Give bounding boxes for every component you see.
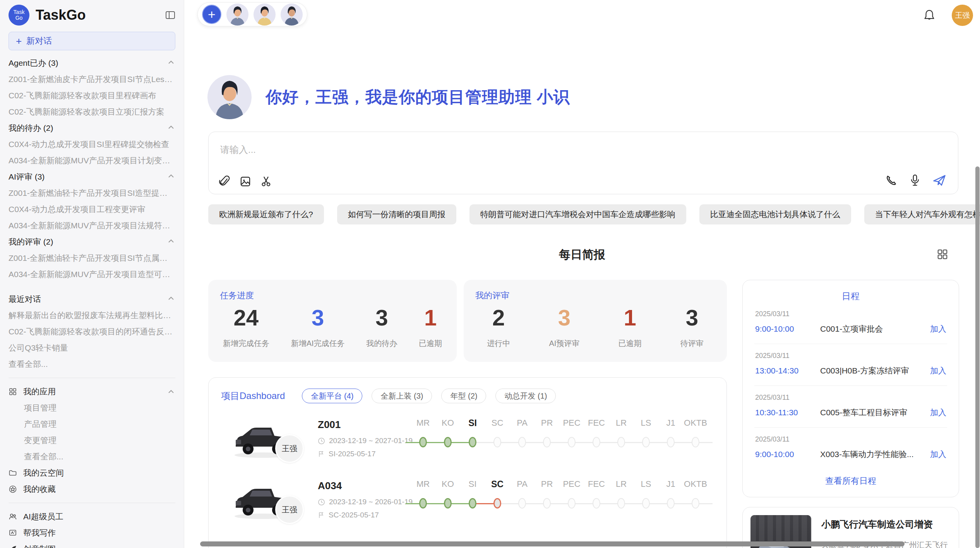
dashboard-tab[interactable]: 年型 (2) xyxy=(441,389,486,403)
sidebar-collapse-icon[interactable] xyxy=(165,10,175,20)
agent-avatar-2[interactable] xyxy=(254,3,276,26)
dashboard-tab[interactable]: 全新平台 (4) xyxy=(302,389,362,403)
sidebar-item[interactable]: C0X4-动力总成开发项目SI里程碑提交物检查 xyxy=(9,136,175,152)
sidebar-item[interactable]: C02-飞腾新能源轻客改款项目的闭环通告反馈情况 xyxy=(9,324,175,340)
sidebar-section-header[interactable]: 我的待办 (2) xyxy=(9,120,175,136)
sidebar-item[interactable]: C02-飞腾新能源轻客改款项目立项汇报方案 xyxy=(9,104,175,120)
suggestion-chip[interactable]: 欧洲新规最近颁布了什么? xyxy=(208,204,324,224)
scissors-icon[interactable] xyxy=(260,175,272,188)
main-area: + 王强 你好，王强，我是你的项目管理助理 小识 请输入... xyxy=(184,0,980,548)
sidebar-item-pen[interactable]: 创意制图 xyxy=(9,541,175,548)
sidebar-app-item[interactable]: 变更管理 xyxy=(9,432,175,449)
stat-label: 新增完成任务 xyxy=(223,338,269,349)
sidebar-item[interactable]: Z001-全新燃油皮卡产品开发项目SI节点Lesson Learn报告 xyxy=(9,71,175,87)
new-chat-button[interactable]: + 新对话 xyxy=(9,32,175,50)
microphone-icon[interactable] xyxy=(909,174,921,187)
chevron-up-icon xyxy=(167,58,175,68)
milestone-label: OKTB xyxy=(683,479,708,489)
phone-icon[interactable] xyxy=(885,174,898,187)
sidebar-item[interactable]: A034-全新新能源MUV产品开发项目法规符合性评审 xyxy=(9,217,175,234)
dashboard-header: 项目Dashboard 全新平台 (4)全新上装 (3)年型 (2)动总开发 (… xyxy=(209,378,726,413)
sidebar-list: Agent已办 (3)Z001-全新燃油皮卡产品开发项目SI节点Lesson L… xyxy=(0,55,184,548)
apps-grid-icon xyxy=(9,387,17,396)
project-row: 王强Z0012023-12-19 ~ 2027-01-19SI-2025-05-… xyxy=(209,413,726,474)
agent-avatar-3[interactable] xyxy=(281,3,303,26)
project-row: 王强A0342023-12-19 ~ 2026-01-19SC-2025-05-… xyxy=(209,474,726,535)
event-join-link[interactable]: 加入 xyxy=(930,324,946,334)
milestone-label: J1 xyxy=(658,479,683,489)
milestone-label: PEC xyxy=(559,418,584,428)
event-name: X003-车辆动力学性能验... xyxy=(820,449,925,460)
view-all-schedule-link[interactable]: 查看所有日程 xyxy=(743,475,959,487)
schedule-events: 2025/03/119:00-10:00C001-立项审批会加入2025/03/… xyxy=(743,302,959,469)
agent-avatars-bar: + xyxy=(197,2,307,26)
sidebar-item[interactable]: A034-全新新能源MUV产品开发项目造型可行性评审 xyxy=(9,266,175,283)
milestone-label: PR xyxy=(535,418,559,428)
project-date-range: 2023-12-19 ~ 2027-01-19 xyxy=(318,437,413,445)
sidebar-bottom-label: 创意制图 xyxy=(23,544,56,548)
chevron-up-icon xyxy=(167,388,175,395)
send-icon[interactable] xyxy=(932,174,946,187)
image-icon[interactable] xyxy=(240,175,251,188)
sidebar-item-my-apps[interactable]: 我的应用 xyxy=(9,384,175,400)
flag-icon xyxy=(318,512,325,519)
stat-label: 已逾期 xyxy=(419,338,442,349)
sidebar-section-header[interactable]: 最近对话 xyxy=(9,291,175,307)
sidebar-item-writing[interactable]: 帮我写作 xyxy=(9,525,175,541)
stat-value: 3 xyxy=(680,305,704,331)
event-join-link[interactable]: 加入 xyxy=(930,365,946,376)
milestone-dot xyxy=(469,437,476,447)
sidebar-app-item[interactable]: 项目管理 xyxy=(9,400,175,416)
dashboard-tab[interactable]: 动总开发 (1) xyxy=(495,389,556,403)
suggestion-chip[interactable]: 比亚迪全固态电池计划具体说了什么 xyxy=(699,204,851,224)
sidebar-item[interactable]: A034-全新新能源MUV产品开发项目计划变更表编写 xyxy=(9,152,175,169)
project-list: 王强Z0012023-12-19 ~ 2027-01-19SI-2025-05-… xyxy=(209,413,726,548)
stat-label: 进行中 xyxy=(487,338,510,349)
suggestion-chip[interactable]: 如何写一份清晰的项目周报 xyxy=(337,204,456,224)
flag-icon xyxy=(318,450,325,457)
event-join-link[interactable]: 加入 xyxy=(930,407,946,418)
layout-grid-icon[interactable] xyxy=(937,248,948,260)
milestone-dot xyxy=(642,437,650,447)
schedule-event: 2025/03/119:00-10:00C001-立项审批会加入 xyxy=(754,302,947,344)
sidebar-section-header[interactable]: Agent已办 (3) xyxy=(9,55,175,71)
sidebar-section-header[interactable]: AI评审 (3) xyxy=(9,169,175,185)
milestone-dot xyxy=(667,437,675,447)
sidebar-item-people[interactable]: AI超级员工 xyxy=(9,509,175,525)
stat: 3AI预评审 xyxy=(549,305,579,349)
sidebar-bottom-label: 帮我写作 xyxy=(23,527,56,538)
notification-bell-icon[interactable] xyxy=(923,9,935,22)
attachment-icon[interactable] xyxy=(219,175,230,188)
sidebar-section-header[interactable]: 我的评审 (2) xyxy=(9,234,175,250)
dashboard-tab[interactable]: 全新上装 (3) xyxy=(372,389,432,403)
add-agent-button[interactable]: + xyxy=(202,5,221,24)
suggestion-chip[interactable]: 当下年轻人对汽车外观有怎样的喜好趋势 xyxy=(864,204,980,224)
milestone-dot xyxy=(692,437,699,447)
stat: 3我的待办 xyxy=(366,305,397,349)
sidebar-app-item[interactable]: 产品管理 xyxy=(9,416,175,432)
sidebar-item[interactable]: C02-飞腾新能源轻客改款项目里程碑画布 xyxy=(9,87,175,104)
sidebar-item-cloud-folder[interactable]: 我的云空间 xyxy=(9,465,175,481)
event-join-link[interactable]: 加入 xyxy=(930,449,946,460)
sidebar-item[interactable]: C0X4-动力总成开发项目工程变更评审 xyxy=(9,201,175,217)
milestone-dot xyxy=(444,498,452,509)
user-avatar[interactable]: 王强 xyxy=(952,5,973,26)
sidebar-item[interactable]: 解释最新出台的欧盟报废车法规再生塑料比例被调至15%... xyxy=(9,307,175,324)
sidebar-item[interactable]: Z001-全新燃油轻卡产品开发项目SI节点属性5D文件评审 xyxy=(9,250,175,266)
chat-input-box[interactable]: 请输入... xyxy=(208,132,958,194)
agent-avatar-1[interactable] xyxy=(226,3,248,26)
sidebar-item[interactable]: 公司Q3轻卡销量 xyxy=(9,340,175,356)
sidebar-app-item[interactable]: 查看全部... xyxy=(9,449,175,465)
logo-text-bottom: Go xyxy=(15,15,23,21)
stat-label: 待评审 xyxy=(680,338,704,349)
vertical-scrollbar[interactable] xyxy=(975,166,980,548)
sidebar-bottom-label: AI超级员工 xyxy=(23,511,63,522)
suggestion-chip[interactable]: 特朗普可能对进口汽车增税会对中国车企造成哪些影响 xyxy=(469,204,686,224)
sidebar-item[interactable]: 查看全部... xyxy=(9,356,175,372)
project-date-range: 2023-12-19 ~ 2026-01-19 xyxy=(318,498,413,506)
sidebar-item[interactable]: Z001-全新燃油轻卡产品开发项目SI造型提交物评审 xyxy=(9,185,175,201)
sidebar-divider xyxy=(9,503,175,503)
horizontal-scrollbar[interactable] xyxy=(200,541,905,546)
sidebar-item-star-badge[interactable]: 我的收藏 xyxy=(9,481,175,497)
milestone-label: PEC xyxy=(559,479,584,489)
